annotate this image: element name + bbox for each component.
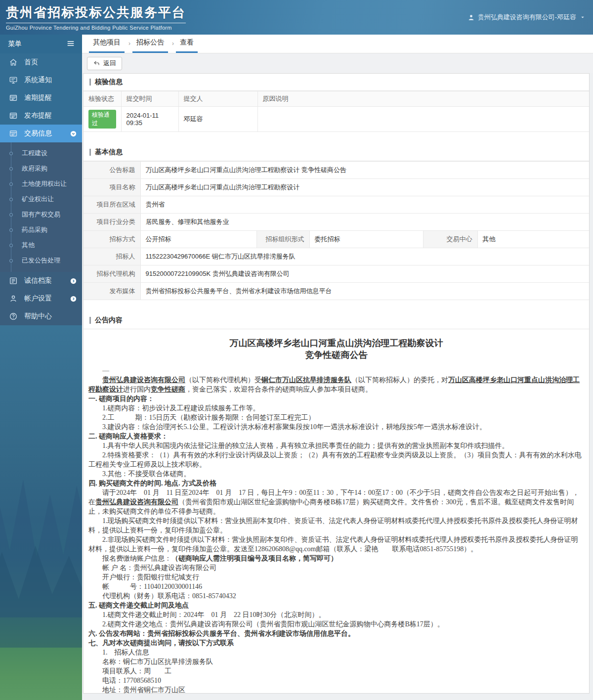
monitor-icon bbox=[9, 76, 18, 85]
announcement-paragraph: 一. 磋商项目的内容： bbox=[88, 394, 584, 403]
text-segment: 竞争性磋商 bbox=[151, 386, 185, 393]
person-icon bbox=[9, 294, 18, 303]
info-value: 万山区高楼坪乡老山口河重点山洪沟治理工程勘察设计 bbox=[140, 179, 589, 196]
submenu-item[interactable]: 矿业权出让 bbox=[0, 191, 82, 207]
sidebar: 菜单 首页系统通知逾期提醒发布提醒交易信息工程建设政府采购土地使用权出让矿业权出… bbox=[0, 35, 82, 700]
sidebar-item-active[interactable]: 交易信息 bbox=[0, 125, 82, 142]
section-title-basic: 基本信息 bbox=[84, 144, 589, 161]
user-menu[interactable]: 贵州弘典建设咨询有限公司-邓廷容 bbox=[467, 13, 585, 22]
hamburger-icon[interactable] bbox=[66, 39, 75, 49]
announcement-paragraph: 1.磋商内容：初步设计及工程建设后续服务工作等。 bbox=[88, 403, 584, 413]
table-row: 项目行业分类居民服务、修理和其他服务业 bbox=[84, 214, 589, 231]
text-segment: 贵州弘典建设咨询有限公司 bbox=[102, 376, 185, 384]
sidebar-item-label: 帮助中心 bbox=[24, 312, 52, 321]
announcement-paragraph: 报名费缴纳账户信息：（磋商响应人需注明项目编号及项目名称，简写即可） bbox=[88, 554, 584, 563]
column-header: 原因说明 bbox=[257, 91, 589, 107]
text-segment: 四. 购买磋商文件的时间. 地点. 方式及价格 bbox=[88, 480, 216, 487]
help-icon bbox=[9, 312, 18, 321]
info-label: 招标方式 bbox=[84, 231, 140, 248]
text-segment: 贵州弘典建设咨询有限公司 bbox=[95, 498, 178, 506]
column-header: 提交人 bbox=[178, 91, 257, 107]
submenu-item[interactable]: 政府采购 bbox=[0, 161, 82, 176]
sidebar-item[interactable]: 逾期提醒 bbox=[0, 89, 82, 107]
table-row: 发布媒体贵州省招标投标公共服务平台、贵州省水利建设市场信用信息平台 bbox=[84, 283, 589, 300]
text-segment: 一. 磋商项目的内容： bbox=[88, 395, 154, 402]
announcement-paragraph: 开户银行：贵阳银行世纪城支行 bbox=[88, 572, 584, 582]
sidebar-submenu: 工程建设政府采购土地使用权出让矿业权出让国有产权交易药品采购其他已发公告处理 bbox=[0, 142, 82, 272]
text-segment: 代理机构（财务）联系电话：0851-85740432 bbox=[102, 592, 236, 600]
announcement-paragraph: 2.特殊资格要求：（1）具有有效的水利行业设计丙级及以上资质；（2）具有有效的工… bbox=[88, 450, 584, 469]
announcement-paragraph: 项目联系人：周 工 bbox=[88, 666, 584, 676]
announcement-paragraph: 六. 公告发布网站：贵州省招标投标公共服务平台、贵州省水利建设市场信用信息平台。 bbox=[88, 629, 584, 638]
announcement-paragraph: 2.磋商文件递交地点：贵州弘典建设咨询有限公司（贵州省贵阳市观山湖区世纪金源购物… bbox=[88, 619, 584, 629]
table-row: 公告标题万山区高楼坪乡老山口河重点山洪沟治理工程勘察设计 竞争性磋商公告 bbox=[84, 162, 589, 179]
text-segment: 3.建设内容：综合治理河长5.1公里。工程设计洪水标准村寨聚集段按10年一遇洪水… bbox=[102, 423, 486, 431]
text-segment: 2.特殊资格要求：（1）具有有效的水利行业设计丙级及以上资质；（2）具有有效的工… bbox=[88, 451, 582, 468]
sidebar-item[interactable]: 帮助中心 bbox=[0, 307, 82, 325]
text-segment: 3.其他：不接受联合体磋商。 bbox=[102, 470, 191, 478]
sidebar-item-label: 首页 bbox=[24, 58, 38, 67]
breadcrumb-item[interactable]: 查看 bbox=[176, 38, 198, 53]
chevron-down-circle-icon bbox=[70, 130, 77, 137]
text-segment: 地址：贵州省铜仁市万山区 bbox=[102, 686, 185, 694]
toolbar: 返回 bbox=[82, 53, 593, 73]
text-segment: 1.磋商内容：初步设计及工程建设后续服务工作等。 bbox=[102, 404, 260, 412]
submenu-item[interactable]: 工程建设 bbox=[0, 145, 82, 161]
table-row: 项目所在区域贵州省 bbox=[84, 196, 589, 214]
announcement-paragraph: 1.现场购买磋商文件时须提供以下材料：营业执照副本复印件、资质证书、法定代表人身… bbox=[88, 516, 584, 535]
submenu-item[interactable]: 药品采购 bbox=[0, 222, 82, 237]
info-value: 万山区高楼坪乡老山口河重点山洪沟治理工程勘察设计 竞争性磋商公告 bbox=[140, 162, 589, 179]
text-segment: 进行国内 bbox=[123, 386, 151, 393]
announcement-body: —贵州弘典建设咨询有限公司（以下简称代理机构）受铜仁市万山区抗旱排涝服务队（以下… bbox=[88, 366, 584, 694]
chevron-right-circle-icon bbox=[70, 277, 77, 285]
sidebar-item[interactable]: 发布提醒 bbox=[0, 107, 82, 125]
brand: 贵州省招标投标公共服务平台 GuiZhou Province Tendering… bbox=[6, 4, 186, 31]
submenu-item[interactable]: 其他 bbox=[0, 237, 82, 253]
text-segment: 二. 磋商响应人资格要求： bbox=[88, 433, 168, 440]
submenu-item[interactable]: 已发公告处理 bbox=[0, 253, 82, 268]
info-label: 项目所在区域 bbox=[84, 196, 140, 214]
table-row: 招标人11522230429670066E 铜仁市万山区抗旱排涝服务队 bbox=[84, 248, 589, 265]
submenu-item[interactable]: 土地使用权出让 bbox=[0, 176, 82, 191]
sidebar-item[interactable]: 帐户设置 bbox=[0, 290, 82, 307]
announcement-paragraph: 名称：铜仁市万山区抗旱排涝服务队 bbox=[88, 657, 584, 666]
sidebar-item-label: 交易信息 bbox=[24, 129, 52, 138]
announcement-paragraph: 帐 户 名：贵州弘典建设咨询有限公司 bbox=[88, 563, 584, 572]
text-segment: 五. 磋商文件递交截止时间及地点 bbox=[88, 602, 189, 609]
submenu-item[interactable]: 国有产权交易 bbox=[0, 207, 82, 222]
text-segment: 1.具有中华人民共和国境内依法登记注册的独立法人资格，具有独立承担民事责任的能力… bbox=[102, 442, 509, 449]
announcement-paragraph: 帐 号：11040120030001146 bbox=[88, 582, 584, 591]
table-row: 招标方式公开招标招标组织形式委托招标交易中心其他 bbox=[84, 231, 589, 248]
sidebar-item-label: 帐户设置 bbox=[24, 294, 52, 303]
back-icon bbox=[93, 60, 100, 67]
sidebar-menu: 首页系统通知逾期提醒发布提醒交易信息工程建设政府采购土地使用权出让矿业权出让国有… bbox=[0, 53, 82, 325]
breadcrumb-item[interactable]: 招标公告 bbox=[132, 38, 168, 53]
app-header: 贵州省招标投标公共服务平台 GuiZhou Province Tendering… bbox=[0, 0, 593, 35]
info-value: 11522230429670066E 铜仁市万山区抗旱排涝服务队 bbox=[140, 248, 589, 265]
announcement-paragraph: 1.具有中华人民共和国境内依法登记注册的独立法人资格，具有独立承担民事责任的能力… bbox=[88, 441, 584, 450]
sidebar-item[interactable]: 系统通知 bbox=[0, 71, 82, 89]
announcement-paragraph: 代理机构（财务）联系电话：0851-85740432 bbox=[88, 591, 584, 601]
main-content: 其他项目›招标公告›查看 返回 核验信息 bbox=[82, 35, 593, 700]
submitter: 邓廷容 bbox=[178, 107, 257, 132]
info-value: 公开招标 bbox=[140, 231, 256, 248]
announcement-paragraph: 3.其他：不接受联合体磋商。 bbox=[88, 469, 584, 479]
back-button[interactable]: 返回 bbox=[87, 57, 122, 70]
info-label: 招标代理机构 bbox=[84, 265, 140, 283]
sidebar-item[interactable]: 首页 bbox=[0, 53, 82, 71]
sidebar-item[interactable]: 诚信档案 bbox=[0, 272, 82, 290]
info-value: 委托招标 bbox=[309, 231, 423, 248]
menu-label: 菜单 bbox=[8, 40, 22, 48]
breadcrumb-item[interactable]: 其他项目 bbox=[89, 38, 125, 53]
submit-time: 2024-01-11 09:35 bbox=[121, 107, 178, 132]
text-segment: 七、凡对本次磋商提出询问，请按以下方式联系 bbox=[88, 639, 234, 647]
text-segment: （以下简称代理机构）受 bbox=[185, 376, 261, 384]
text-segment: 名称：铜仁市万山区抗旱排涝服务队 bbox=[102, 658, 213, 665]
info-value: 居民服务、修理和其他服务业 bbox=[140, 214, 589, 231]
column-header: 核验状态 bbox=[84, 91, 121, 107]
reason bbox=[257, 107, 589, 132]
page: 贵州省招标投标公共服务平台 GuiZhou Province Tendering… bbox=[0, 0, 593, 700]
announcement-paragraph: 请于2024年 01 月 11 日至2024年 01 月 17 日，每日上午9：… bbox=[88, 488, 584, 516]
breadcrumb-separator: › bbox=[170, 40, 176, 53]
text-segment: 六. 公告发布网站：贵州省招标投标公共服务平台、贵州省水利建设市场信用信息平台。 bbox=[88, 630, 355, 637]
